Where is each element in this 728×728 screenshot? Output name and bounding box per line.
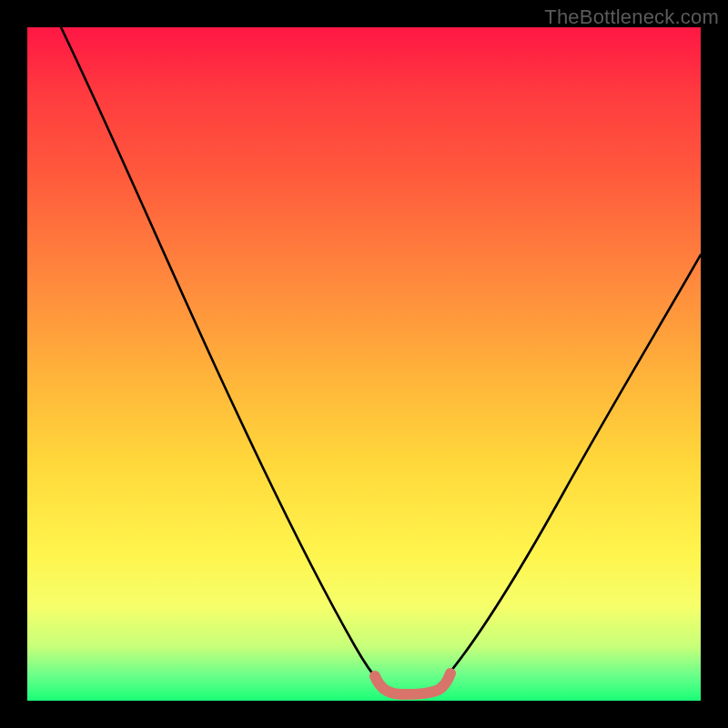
chart-frame: TheBottleneck.com — [0, 0, 728, 728]
bottleneck-curve — [61, 27, 701, 697]
curve-layer — [27, 27, 701, 701]
watermark-text: TheBottleneck.com — [544, 5, 719, 29]
optimal-zone-marker — [375, 673, 450, 694]
plot-area — [27, 27, 701, 701]
